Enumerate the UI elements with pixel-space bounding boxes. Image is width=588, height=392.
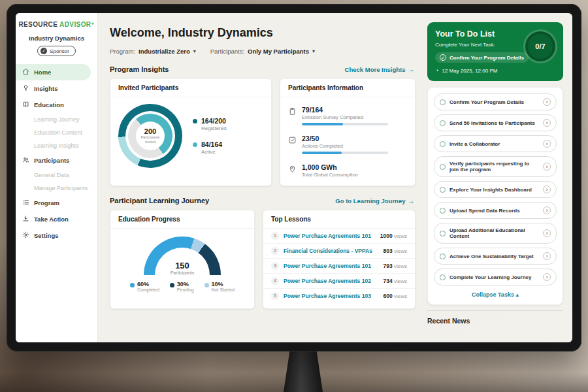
gauge-center-label: Participants xyxy=(144,270,221,275)
task-row-7[interactable]: Upload Additional Educational Content › xyxy=(434,223,557,244)
lesson-row-2[interactable]: 2 Financial Considerations - VPPAs 803 v… xyxy=(263,244,415,259)
checkbox-icon[interactable] xyxy=(440,187,446,193)
todo-progress-ring: 0/7 xyxy=(525,31,555,61)
sidebar-item-general-data[interactable]: General Data xyxy=(16,169,97,182)
pending-dot xyxy=(170,283,174,287)
sidebar-item-settings[interactable]: Settings xyxy=(16,227,97,244)
dashboard-screen: RESOURCE ADVISOR+ Industry Dynamics ✓ Sp… xyxy=(16,13,572,342)
sidebar-item-manage-participants[interactable]: Manage Participants xyxy=(16,182,97,195)
chevron-right-icon: › xyxy=(543,163,551,171)
participants-filter[interactable]: Participants: Only My Participants ▾ xyxy=(210,48,315,55)
sidebar-item-education[interactable]: Education xyxy=(16,97,97,113)
learning-journey-header: Participant Learning Journey Go to Learn… xyxy=(110,197,414,204)
check-circle-icon: ✓ xyxy=(440,54,446,61)
invited-center-value: 200 xyxy=(144,127,156,135)
lesson-row-3[interactable]: 3 Power Purchase Agreements 101 793 view… xyxy=(263,259,415,274)
check-more-insights-link[interactable]: Check More Insights → xyxy=(345,66,414,73)
chevron-right-icon: › xyxy=(543,273,551,281)
legend-registered: 164/200 Registered xyxy=(193,117,227,131)
actions-progress-bar xyxy=(302,152,388,154)
participants-filter-value: Only My Participants xyxy=(248,48,309,55)
lessons-card-title: Top Lessons xyxy=(263,210,415,229)
sidebar-item-participants[interactable]: Participants xyxy=(16,152,97,169)
registered-dot xyxy=(193,119,197,123)
chevron-right-icon: › xyxy=(543,206,551,214)
sidebar-item-insights[interactable]: Insights xyxy=(16,80,97,97)
task-row-3[interactable]: Invite a Collaborator › xyxy=(434,135,557,152)
task-row-1[interactable]: Confirm Your Program Details › xyxy=(434,93,557,110)
task-row-5[interactable]: Explore Your Insights Dashboard › xyxy=(434,181,557,198)
chevron-right-icon: › xyxy=(543,140,551,148)
checkbox-icon[interactable] xyxy=(440,208,446,214)
sponsor-label: Sponsor xyxy=(50,48,69,54)
lesson-row-1[interactable]: 1 Power Purchase Agreements 101 1000 vie… xyxy=(263,229,415,244)
filter-bar: Program: Industrialize Zero ▾ Participan… xyxy=(110,48,416,55)
education-gauge-chart: 150 Participants xyxy=(144,237,221,275)
emission-progress-bar xyxy=(302,123,388,125)
consumption-icon xyxy=(288,163,297,178)
chevron-down-icon: ▾ xyxy=(312,48,315,54)
sidebar-item-learning-insights[interactable]: Learning Insights xyxy=(16,139,97,152)
chevron-right-icon: › xyxy=(543,229,551,237)
sidebar-nav: Home Insights Education Learning Journey… xyxy=(16,64,97,244)
program-insights-title: Program Insights xyxy=(110,65,169,73)
top-lessons-card: Top Lessons 1 Power Purchase Agreements … xyxy=(263,210,416,309)
task-row-8[interactable]: Achieve One Sustainability Target › xyxy=(434,248,557,265)
education-icon xyxy=(22,101,29,109)
sidebar-item-learning-journey[interactable]: Learning Journey xyxy=(16,113,97,126)
program-insights-cards: Invited Participants 200 Participants In… xyxy=(110,78,416,186)
todo-next-task[interactable]: ✓ Confirm Your Program Details xyxy=(435,52,529,63)
checkbox-icon[interactable] xyxy=(440,274,446,280)
lesson-row-5[interactable]: 5 Power Purchase Agreements 103 600 view… xyxy=(263,289,415,303)
sidebar-item-education-content[interactable]: Education Content xyxy=(16,126,97,139)
chevron-up-icon: ▴ xyxy=(515,291,519,298)
participants-information-card: Participants Information 79/164 Emission… xyxy=(280,78,416,186)
gauge-center-value: 150 xyxy=(144,261,221,270)
org-name: Industry Dynamics xyxy=(16,35,97,42)
actions-icon xyxy=(288,135,297,154)
insights-icon xyxy=(22,84,29,93)
task-row-2[interactable]: Send 50 Invitations to Participants › xyxy=(434,114,557,131)
sponsor-icon: ✓ xyxy=(41,48,47,54)
recent-news-title: Recent News xyxy=(427,310,563,325)
consumption-row: 1,000 GWh Total Global Consumption xyxy=(288,159,407,182)
todo-panel: Your To Do List Complete Your Next Task:… xyxy=(425,13,572,342)
arrow-right-icon: → xyxy=(408,197,415,204)
checkbox-icon[interactable] xyxy=(440,231,446,237)
task-row-6[interactable]: Upload Spend Data Records › xyxy=(434,202,557,219)
active-dot xyxy=(193,142,197,147)
app-logo: RESOURCE ADVISOR+ xyxy=(16,21,97,28)
sidebar-item-program[interactable]: Program xyxy=(16,195,97,211)
chevron-right-icon: › xyxy=(543,252,551,260)
sidebar-item-home[interactable]: Home xyxy=(16,64,91,80)
go-to-learning-journey-link[interactable]: Go to Learning Journey → xyxy=(335,197,414,204)
chevron-right-icon: › xyxy=(543,186,551,193)
not-started-dot xyxy=(204,283,209,287)
checkbox-icon[interactable] xyxy=(440,164,446,170)
chevron-right-icon: › xyxy=(543,98,551,106)
monitor-stand xyxy=(284,350,323,392)
invited-legend: 164/200 Registered 84/164 Active xyxy=(193,117,227,155)
sponsor-badge: ✓ Sponsor xyxy=(37,46,76,56)
monitor-bezel: RESOURCE ADVISOR+ Industry Dynamics ✓ Sp… xyxy=(7,4,581,351)
checkbox-icon[interactable] xyxy=(440,253,446,259)
program-insights-header: Program Insights Check More Insights → xyxy=(110,65,414,73)
collapse-tasks-button[interactable]: Collapse Tasks ▴ xyxy=(434,289,557,302)
chevron-right-icon: › xyxy=(543,119,551,127)
take-action-icon xyxy=(22,215,29,223)
completed-dot xyxy=(130,283,135,287)
checkbox-icon[interactable] xyxy=(440,120,446,126)
arrow-right-icon: → xyxy=(408,66,415,73)
sidebar: RESOURCE ADVISOR+ Industry Dynamics ✓ Sp… xyxy=(16,13,98,342)
sidebar-item-take-action[interactable]: Take Action xyxy=(16,211,97,227)
program-filter[interactable]: Program: Industrialize Zero ▾ xyxy=(110,48,196,55)
checkbox-icon[interactable] xyxy=(440,99,446,105)
task-row-9[interactable]: Complete Your Learning Journey › xyxy=(434,269,557,286)
legend-active: 84/164 Active xyxy=(193,140,227,155)
invited-card-title: Invited Participants xyxy=(110,79,271,97)
clock-icon: ◔ xyxy=(435,67,438,74)
lesson-row-4[interactable]: 4 Power Purchase Agreements 102 734 view… xyxy=(263,274,415,289)
page-title: Welcome, Industry Dynamics xyxy=(110,26,416,40)
task-row-4[interactable]: Verify participants requesting to join t… xyxy=(434,156,557,177)
checkbox-icon[interactable] xyxy=(440,141,446,147)
